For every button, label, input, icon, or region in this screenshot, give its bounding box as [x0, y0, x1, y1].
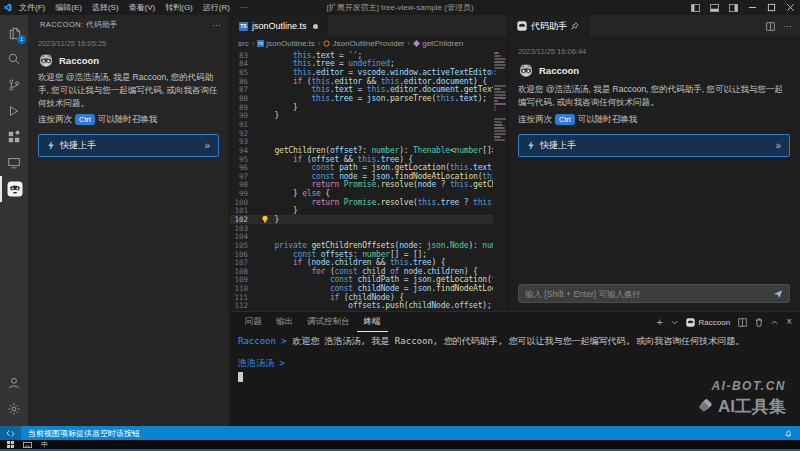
panel-tab-调试控制台[interactable]: 调试控制台: [300, 312, 357, 332]
code-line-104[interactable]: 104: [230, 232, 507, 241]
panel-tab-问题[interactable]: 问题: [238, 312, 269, 332]
menu-选择(S)[interactable]: 选择(S): [87, 0, 124, 15]
ime-indicator[interactable]: 中: [41, 440, 48, 449]
code-line-101[interactable]: 101 }: [230, 207, 507, 216]
code-line-85[interactable]: 85 this.editor = vscode.window.activeTex…: [230, 68, 507, 77]
keyboard-icon[interactable]: [23, 442, 32, 448]
close-icon[interactable]: [781, 0, 800, 15]
tab-jsonoutline[interactable]: TS jsonOutline.ts: [230, 15, 328, 37]
status-message[interactable]: 当前视图项标提供器空时该按钮: [21, 428, 140, 439]
minimap-line: [494, 118, 506, 120]
chat-editor-panel: 代码助手 ··· 2023/11/25 16:06:44 Raccoon: [508, 15, 800, 311]
more-actions-icon[interactable]: ···: [783, 23, 792, 29]
terminal-profile-label: Raccoon: [699, 318, 731, 327]
minimap[interactable]: [493, 49, 507, 311]
sidebar-item-explorer[interactable]: 1: [0, 20, 28, 46]
code-line-109[interactable]: 109 const childPath = json.getLocation(t…: [230, 276, 507, 285]
code-line-87[interactable]: 87 this.text = this.editor.document.getT…: [230, 86, 507, 95]
trash-icon[interactable]: [755, 318, 763, 327]
code-line-99[interactable]: 99 } else {: [230, 189, 507, 198]
code-line-108[interactable]: 108 for (const child of node.children) {: [230, 267, 507, 276]
line-number: 94: [230, 146, 256, 155]
terminal-line: Raccoon > 欢迎您 浩浩汤汤, 我是 Raccoon, 您的代码助手, …: [238, 335, 792, 348]
maximize-icon[interactable]: [762, 0, 781, 15]
code-line-89[interactable]: 89 }: [230, 103, 507, 112]
code-line-93[interactable]: 93: [230, 137, 507, 146]
minimize-icon[interactable]: [743, 0, 762, 15]
breadcrumb-getChildren[interactable]: getChildren: [413, 39, 463, 48]
breadcrumb-jsonOutline.ts[interactable]: TSjsonOutline.ts: [257, 39, 314, 48]
send-icon[interactable]: [773, 289, 783, 299]
chat-input[interactable]: [525, 289, 768, 299]
menu-编辑(E)[interactable]: 编辑(E): [50, 0, 87, 15]
code-line-90[interactable]: 90 }: [230, 111, 507, 120]
code-editor[interactable]: 83 this.text = '';84 this.tree = undefin…: [230, 49, 507, 311]
watermark-text: AI-BOT.CN: [698, 379, 786, 393]
code-line-88[interactable]: 88 this.tree = json.parseTree(this.text)…: [230, 94, 507, 103]
pin-icon[interactable]: [571, 22, 579, 30]
plus-icon[interactable]: +: [657, 317, 663, 328]
sidebar-item-run-debug[interactable]: [0, 98, 28, 124]
panel-tab-终端[interactable]: 终端: [357, 312, 388, 332]
sidebar-item-raccoon[interactable]: [0, 176, 28, 202]
quickstart-button[interactable]: 快捷上手 »: [38, 134, 219, 157]
code-line-98[interactable]: 98 return Promise.resolve(node ? this.ge…: [230, 181, 507, 190]
code-line-84[interactable]: 84 this.tree = undefined;: [230, 60, 507, 69]
code-line-100[interactable]: 100 return Promise.resolve(this.tree ? t…: [230, 198, 507, 207]
sidebar-item-search[interactable]: [0, 46, 28, 72]
menu-查看(V)[interactable]: 查看(V): [124, 0, 161, 15]
menu-···[interactable]: ···: [235, 0, 253, 15]
chevron-down-icon[interactable]: [671, 320, 678, 325]
breadcrumb-src[interactable]: src: [238, 39, 249, 48]
chevron-up-icon[interactable]: [771, 320, 778, 325]
code-line-112[interactable]: 112 offsets.push(childNode.offset);: [230, 302, 507, 311]
sidebar-item-extensions[interactable]: [0, 124, 28, 150]
terminal[interactable]: Raccoon > 欢迎您 浩浩汤汤, 我是 Raccoon, 您的代码助手, …: [230, 332, 800, 386]
code-line-95[interactable]: 95 if (offset && this.tree) {: [230, 155, 507, 164]
more-actions-icon[interactable]: ···: [212, 22, 221, 28]
code-line-97[interactable]: 97 const node = json.findNodeAtLocation(…: [230, 172, 507, 181]
menu-运行(R)[interactable]: 运行(R): [198, 0, 235, 15]
sidebar-item-remote-explorer[interactable]: [0, 150, 28, 176]
code-line-83[interactable]: 83 this.text = '';: [230, 51, 507, 60]
ctrl-key-badge: Ctrl: [555, 114, 575, 125]
code-line-92[interactable]: 92: [230, 129, 507, 138]
panel-tab-输出[interactable]: 输出: [269, 312, 300, 332]
code-line-111[interactable]: 111 if (childNode) {: [230, 293, 507, 302]
code-text: private getChildrenOffsets(node: json.No…: [256, 241, 507, 250]
code-line-96[interactable]: 96 const path = json.getLocation(this.te…: [230, 163, 507, 172]
quickstart-button[interactable]: 快捷上手 »: [518, 134, 790, 157]
minimap-line: [494, 97, 506, 99]
sidebar-item-settings[interactable]: [0, 396, 28, 422]
terminal-profile[interactable]: Raccoon: [686, 318, 731, 327]
lightbulb-icon[interactable]: [261, 215, 269, 223]
code-line-91[interactable]: 91: [230, 120, 507, 129]
start-icon[interactable]: [7, 441, 14, 448]
code-line-86[interactable]: 86 if (this.editor && this.editor.docume…: [230, 77, 507, 86]
code-text: if (this.editor && this.editor.document)…: [256, 77, 487, 86]
code-line-110[interactable]: 110 const childNode = json.findNodeAtLoc…: [230, 284, 507, 293]
split-editor-icon[interactable]: [766, 22, 775, 31]
close-icon[interactable]: ×: [786, 318, 792, 326]
sidebar-item-source-control[interactable]: [0, 72, 28, 98]
line-number: 90: [230, 111, 256, 120]
layout-panel-icon[interactable]: [705, 0, 724, 15]
code-line-107[interactable]: 107 if (node.children && this.tree) {: [230, 258, 507, 267]
split-terminal-icon[interactable]: [738, 318, 747, 327]
layout-sidebar-icon[interactable]: [686, 0, 705, 15]
sidebar-item-account[interactable]: [0, 370, 28, 396]
bell-icon[interactable]: [784, 429, 793, 438]
remote-indicator[interactable]: [0, 426, 21, 440]
breadcrumb-JsonOutlineProvider[interactable]: JsonOutlineProvider: [323, 39, 404, 48]
code-line-106[interactable]: 106 const offsets: number[] = [];: [230, 250, 507, 259]
tab-code-assistant[interactable]: 代码助手: [508, 15, 589, 37]
modified-dot-icon[interactable]: [313, 24, 318, 29]
code-line-105[interactable]: 105 private getChildrenOffsets(node: jso…: [230, 241, 507, 250]
menu-转到(G)[interactable]: 转到(G): [160, 0, 198, 15]
code-line-102[interactable]: 102 }: [230, 215, 507, 224]
minimap-line: [494, 85, 506, 87]
code-line-94[interactable]: 94 getChildren(offset?: number): Thenabl…: [230, 146, 507, 155]
menu-文件(F)[interactable]: 文件(F): [14, 0, 50, 15]
code-line-103[interactable]: 103: [230, 224, 507, 233]
layout-toggle-icon[interactable]: [724, 0, 743, 15]
